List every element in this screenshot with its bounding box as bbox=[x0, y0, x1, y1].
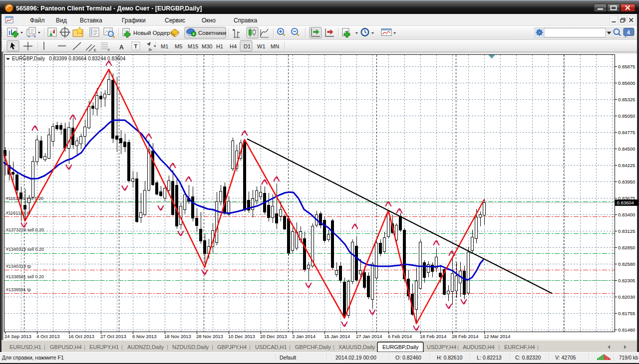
svg-text:|: | bbox=[167, 344, 168, 350]
svg-text:|: | bbox=[44, 344, 45, 350]
svg-text:565896: Panteon Client Termina: 565896: Panteon Client Terminal - Демо С… bbox=[16, 5, 202, 12]
svg-text:EURJPY,H1: EURJPY,H1 bbox=[89, 344, 119, 350]
svg-text:MN: MN bbox=[271, 43, 279, 49]
svg-text:L: 0.82213: L: 0.82213 bbox=[477, 355, 502, 361]
svg-text:O: 0.82460: O: 0.82460 bbox=[395, 355, 421, 361]
svg-text:USDCAD,H1: USDCAD,H1 bbox=[255, 344, 287, 350]
svg-text:Сервис: Сервис bbox=[165, 17, 185, 24]
svg-text:Новый Ордер: Новый Ордер bbox=[133, 30, 170, 36]
svg-text:H4: H4 bbox=[230, 43, 237, 49]
svg-text:GBPJPY,H4: GBPJPY,H4 bbox=[217, 344, 247, 350]
svg-text:F: F bbox=[108, 48, 110, 52]
svg-text:M15: M15 bbox=[188, 43, 198, 49]
svg-text:|: | bbox=[289, 344, 291, 350]
svg-text:M1: M1 bbox=[161, 43, 168, 49]
svg-text:|: | bbox=[498, 344, 500, 350]
svg-text:A: A bbox=[119, 44, 124, 51]
svg-text:Окно: Окно bbox=[202, 17, 216, 24]
svg-text:|: | bbox=[84, 344, 85, 350]
svg-text:Графики: Графики bbox=[122, 17, 146, 24]
svg-text:EURGBP,Daily: EURGBP,Daily bbox=[382, 344, 419, 350]
svg-text:Для справки, нажмите F1: Для справки, нажмите F1 bbox=[2, 355, 64, 361]
svg-text:C: 0.82320: C: 0.82320 bbox=[515, 355, 541, 361]
svg-text:|: | bbox=[249, 344, 251, 350]
svg-text:EURCHF,H4: EURCHF,H4 bbox=[504, 344, 535, 350]
svg-text:4: 4 bbox=[627, 29, 630, 35]
svg-text:GBPUSD,H4: GBPUSD,H4 bbox=[50, 344, 82, 350]
svg-text:W1: W1 bbox=[257, 43, 266, 49]
svg-text:D1: D1 bbox=[244, 43, 251, 49]
svg-text:Справка: Справка bbox=[234, 17, 257, 24]
svg-text:AUDUSD,H4: AUDUSD,H4 bbox=[463, 344, 495, 350]
svg-text:XAUUSD,Daily: XAUUSD,Daily bbox=[338, 344, 375, 350]
svg-text:M5: M5 bbox=[175, 43, 182, 49]
svg-text:H: 0.82610: H: 0.82610 bbox=[437, 355, 463, 361]
svg-text:GBPCHF,Daily: GBPCHF,Daily bbox=[295, 344, 331, 350]
svg-text:Default: Default bbox=[280, 355, 296, 361]
svg-text:V: 42705: V: 42705 bbox=[555, 355, 576, 361]
svg-text:T: T bbox=[134, 43, 138, 49]
svg-text:|: | bbox=[333, 344, 334, 350]
svg-text:AUDNZD,Daily: AUDNZD,Daily bbox=[127, 344, 164, 350]
svg-text:H1: H1 bbox=[216, 43, 223, 49]
svg-text:2014.02.19 00:00: 2014.02.19 00:00 bbox=[335, 355, 376, 361]
svg-text:|: | bbox=[457, 344, 459, 350]
svg-text:719/0 kb: 719/0 kb bbox=[619, 355, 639, 361]
svg-text:E: E bbox=[94, 48, 96, 52]
svg-text:Советники: Советники bbox=[198, 30, 226, 36]
svg-text:|: | bbox=[537, 344, 539, 350]
svg-text:|: | bbox=[121, 344, 123, 350]
svg-text:M30: M30 bbox=[202, 43, 212, 49]
svg-text:USDJPY,H4: USDJPY,H4 bbox=[427, 344, 456, 350]
svg-text:NZDUSD,Daily: NZDUSD,Daily bbox=[172, 344, 209, 350]
svg-text:Вставка: Вставка bbox=[80, 17, 102, 24]
svg-text:EURUSD,H1: EURUSD,H1 bbox=[9, 344, 41, 350]
svg-text:Файл: Файл bbox=[30, 17, 45, 24]
svg-text:Вид: Вид bbox=[56, 17, 67, 24]
svg-text:|: | bbox=[212, 344, 213, 350]
